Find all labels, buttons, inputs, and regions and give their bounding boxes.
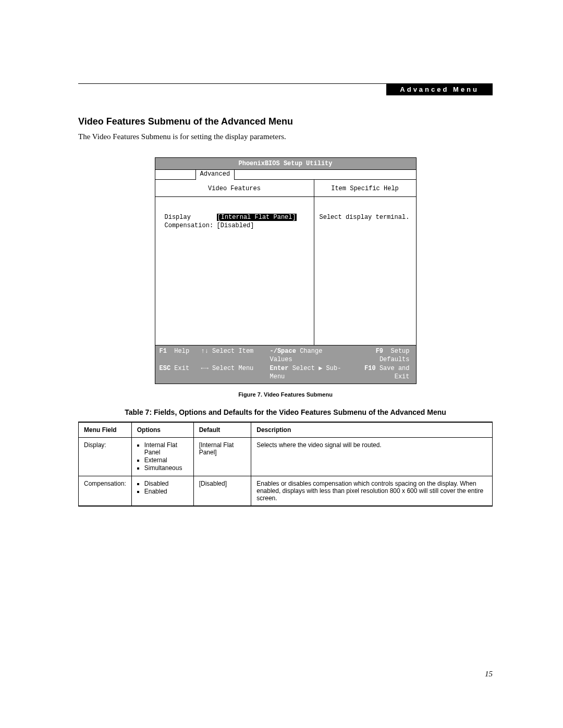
table-row: Compensation: Disabled Enabled [Disabled… bbox=[79, 476, 493, 507]
bios-row-compensation: Compensation: [Disabled] bbox=[165, 222, 304, 229]
bios-row-display: Display [Internal Flat Panel] bbox=[165, 214, 304, 221]
desc-select-menu: Select Menu bbox=[212, 365, 253, 372]
cell-field: Display: bbox=[79, 438, 132, 476]
key-updown: ↑↓ bbox=[201, 348, 209, 355]
desc-help: Help bbox=[174, 348, 189, 355]
cell-desc: Selects where the video signal will be r… bbox=[251, 438, 493, 476]
desc-select-item: Select Item bbox=[212, 348, 253, 355]
key-f10: F10 bbox=[364, 365, 376, 372]
desc-exit: Exit bbox=[174, 365, 189, 372]
bios-left-pane: Video Features Display [Internal Flat Pa… bbox=[155, 180, 314, 345]
bios-help-text: Select display terminal. bbox=[320, 201, 411, 221]
table-title: Table 7: Fields, Options and Defaults fo… bbox=[78, 408, 493, 416]
th-options: Options bbox=[131, 422, 193, 438]
cell-default: [Disabled] bbox=[193, 476, 251, 507]
bios-tab-advanced: Advanced bbox=[195, 170, 235, 180]
bios-screenshot: PhoenixBIOS Setup Utility Advanced Video… bbox=[155, 157, 417, 384]
cell-default: [Internal Flat Panel] bbox=[193, 438, 251, 476]
th-default: Default bbox=[193, 422, 251, 438]
key-leftright: ←→ bbox=[201, 365, 209, 372]
options-table: Menu Field Options Default Description D… bbox=[78, 422, 493, 507]
list-item: Enabled bbox=[144, 488, 188, 496]
key-f9: F9 bbox=[376, 348, 383, 355]
bios-footer-row-2: ESC Exit ←→ Select Menu Enter Select ▶ S… bbox=[160, 364, 412, 381]
page-number: 15 bbox=[485, 670, 493, 678]
header-badge: Advanced Menu bbox=[386, 83, 493, 95]
section-title: Video Features Submenu of the Advanced M… bbox=[78, 116, 493, 127]
list-item: Disabled bbox=[144, 480, 188, 488]
list-item: Simultaneous bbox=[144, 464, 188, 472]
bios-body: Video Features Display [Internal Flat Pa… bbox=[155, 180, 416, 346]
table-header-row: Menu Field Options Default Description bbox=[79, 422, 493, 438]
key-esc: ESC bbox=[160, 365, 171, 372]
bios-footer: F1 Help ↑↓ Select Item -/Space Change Va… bbox=[155, 346, 416, 384]
cell-field: Compensation: bbox=[79, 476, 132, 507]
bios-settings: Display [Internal Flat Panel] Compensati… bbox=[165, 201, 304, 339]
bios-value-compensation: [Disabled] bbox=[217, 222, 254, 229]
list-item: External bbox=[144, 456, 188, 464]
section-intro: The Video Features Submenu is for settin… bbox=[78, 131, 302, 142]
bios-value-display: [Internal Flat Panel] bbox=[217, 214, 297, 221]
bios-title: PhoenixBIOS Setup Utility bbox=[155, 158, 416, 169]
list-item: Internal Flat Panel bbox=[144, 441, 188, 456]
cell-desc: Enables or disables compensation which c… bbox=[251, 476, 493, 507]
bios-right-header: Item Specific Help bbox=[314, 180, 416, 197]
bios-tabbar: Advanced bbox=[155, 169, 416, 180]
desc-setup-defaults: Setup Defaults bbox=[380, 348, 410, 363]
th-desc: Description bbox=[251, 422, 493, 438]
desc-save-exit: Save and Exit bbox=[380, 365, 410, 380]
key-enter: Enter bbox=[270, 365, 289, 372]
table-row: Display: Internal Flat Panel External Si… bbox=[79, 438, 493, 476]
figure-caption: Figure 7. Video Features Submenu bbox=[78, 391, 493, 398]
th-field: Menu Field bbox=[79, 422, 132, 438]
bios-footer-row-1: F1 Help ↑↓ Select Item -/Space Change Va… bbox=[160, 347, 412, 364]
bios-label-compensation: Compensation: bbox=[165, 222, 217, 229]
header-row: Advanced Menu bbox=[78, 83, 493, 95]
bios-left-header: Video Features bbox=[155, 180, 314, 197]
cell-options: Internal Flat Panel External Simultaneou… bbox=[131, 438, 193, 476]
cell-options: Disabled Enabled bbox=[131, 476, 193, 507]
key-minus-space: -/Space bbox=[270, 348, 296, 355]
bios-label-display: Display bbox=[165, 214, 217, 221]
bios-right-pane: Item Specific Help Select display termin… bbox=[314, 180, 416, 345]
page: Advanced Menu Video Features Submenu of … bbox=[0, 0, 563, 728]
key-f1: F1 bbox=[160, 348, 167, 355]
